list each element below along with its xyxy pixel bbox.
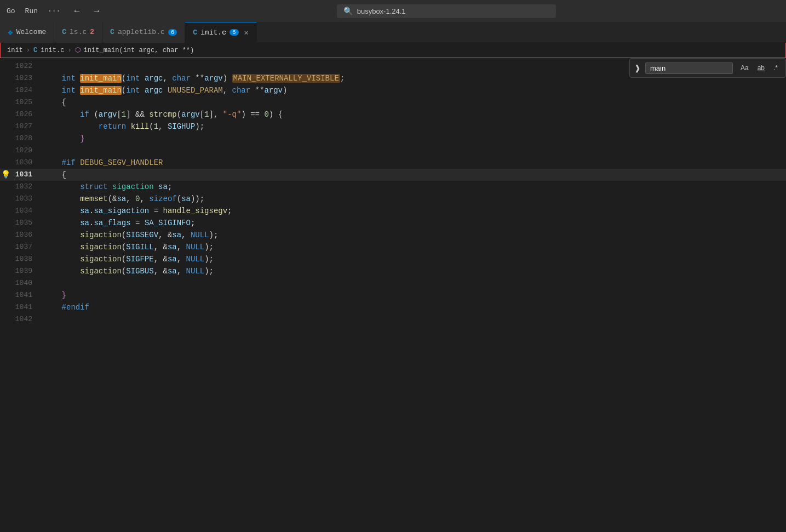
line-number: 1029 <box>11 145 41 157</box>
line-number: 1022 <box>11 60 41 72</box>
line-content: sa.sa_sigaction = handle_sigsegv; <box>41 205 786 217</box>
line-number: 1038 <box>11 253 41 265</box>
table-row: 1028 } <box>0 133 786 145</box>
tab-init-c[interactable]: C init.c 6 ✕ <box>185 22 257 43</box>
line-number: 1037 <box>11 241 41 253</box>
lightbulb-icon[interactable]: 💡 <box>1 169 10 181</box>
tab-ls-c[interactable]: C ls.c 2 <box>54 22 102 43</box>
search-input[interactable] <box>357 7 549 15</box>
find-options: Aa ab .* <box>737 62 781 73</box>
breadcrumb-root[interactable]: init <box>7 47 23 54</box>
menu-run[interactable]: Run <box>25 7 38 15</box>
tab-init-c-label: init.c <box>200 28 226 37</box>
line-content: } <box>41 133 786 145</box>
search-bar: 🔍 <box>113 4 779 18</box>
table-row: 1041 #endif <box>0 301 786 313</box>
table-row: 1026 if (argv[1] && strcmp(argv[1], "-q"… <box>0 108 786 121</box>
find-regex-button[interactable]: .* <box>770 62 781 73</box>
nav-back-button[interactable]: ← <box>69 5 84 17</box>
line-number: 1042 <box>11 313 41 325</box>
tab-init-c-close[interactable]: ✕ <box>244 28 249 37</box>
tab-welcome[interactable]: ❖ Welcome <box>0 22 54 43</box>
line-number: 1025 <box>11 96 41 108</box>
line-content <box>41 277 786 289</box>
tab-appletlib-c[interactable]: C appletlib.c 6 <box>102 22 185 43</box>
line-content: return kill(1, SIGHUP); <box>41 121 786 133</box>
line-number: 1031 <box>11 169 41 181</box>
tab-welcome-label: Welcome <box>16 28 47 36</box>
menu-go[interactable]: Go <box>7 7 15 15</box>
find-widget: ❱ Aa ab .* <box>629 58 786 78</box>
line-content <box>41 145 786 157</box>
breadcrumb: init › C init.c › ⬡ init_main(int argc, … <box>0 43 786 58</box>
tab-init-c-badge: 6 <box>230 29 239 36</box>
table-row: 1024 int init_main(int argc UNUSED_PARAM… <box>0 84 786 96</box>
table-row: 1036 sigaction(SIGSEGV, &sa, NULL); <box>0 229 786 241</box>
table-row: 1035 sa.sa_flags = SA_SIGINFO; <box>0 217 786 229</box>
search-wrap: 🔍 <box>337 4 556 18</box>
c-file-icon: C <box>193 28 197 37</box>
line-number: 1032 <box>11 181 41 193</box>
line-number: 1024 <box>11 84 41 96</box>
line-number: 1027 <box>11 121 41 133</box>
line-content: sigaction(SIGFPE, &sa, NULL); <box>41 253 786 265</box>
table-row: 1025 { <box>0 96 786 108</box>
line-content: } <box>41 289 786 301</box>
line-gutter: 💡 <box>0 169 11 181</box>
line-content: sigaction(SIGBUS, &sa, NULL); <box>41 265 786 277</box>
table-row: 1032 struct sigaction sa; <box>0 181 786 193</box>
table-row: 1030 #if DEBUG_SEGV_HANDLER <box>0 157 786 169</box>
title-bar-left: Go Run ··· <box>7 7 60 15</box>
line-content: sigaction(SIGILL, &sa, NULL); <box>41 241 786 253</box>
find-match-case-button[interactable]: Aa <box>737 62 752 73</box>
table-row: 1027 return kill(1, SIGHUP); <box>0 121 786 133</box>
menu-more[interactable]: ··· <box>48 7 60 15</box>
tab-appletlib-c-badge: 6 <box>168 29 177 36</box>
tabs-bar: ❖ Welcome C ls.c 2 C appletlib.c 6 C ini… <box>0 22 786 43</box>
line-content <box>41 313 786 325</box>
line-number: 1034 <box>11 205 41 217</box>
line-content: { <box>41 96 786 108</box>
line-content: sigaction(SIGSEGV, &sa, NULL); <box>41 229 786 241</box>
table-row: 1041 } <box>0 289 786 301</box>
line-number: 1035 <box>11 217 41 229</box>
code-area: 1022 1023 int init_main(int argc, char *… <box>0 58 786 532</box>
line-content: #if DEBUG_SEGV_HANDLER <box>41 157 786 169</box>
c-file-icon: C <box>110 28 114 36</box>
line-content: if (argv[1] && strcmp(argv[1], "-q") == … <box>41 108 786 121</box>
line-number: 1041 <box>11 289 41 301</box>
search-icon: 🔍 <box>343 7 353 16</box>
editor: ❱ Aa ab .* 1022 1023 int init_main(int a… <box>0 58 786 532</box>
line-content: memset(&sa, 0, sizeof(sa)); <box>41 193 786 205</box>
breadcrumb-function[interactable]: init_main(int argc, char **) <box>84 47 194 54</box>
title-bar: Go Run ··· ← → 🔍 <box>0 0 786 22</box>
line-number: 1030 <box>11 157 41 169</box>
table-row: 1039 sigaction(SIGBUS, &sa, NULL); <box>0 265 786 277</box>
find-input[interactable] <box>645 62 733 74</box>
table-row: 1029 <box>0 145 786 157</box>
nav-buttons: ← → <box>69 5 104 17</box>
line-number: 1026 <box>11 108 41 121</box>
find-match-word-button[interactable]: ab <box>754 62 768 73</box>
table-row: 1034 sa.sa_sigaction = handle_sigsegv; <box>0 205 786 217</box>
table-row: 1042 <box>0 313 786 325</box>
breadcrumb-file[interactable]: init.c <box>41 47 64 54</box>
line-number: 1033 <box>11 193 41 205</box>
table-row: 1037 sigaction(SIGILL, &sa, NULL); <box>0 241 786 253</box>
nav-forward-button[interactable]: → <box>89 5 104 17</box>
line-content: #endif <box>41 301 786 313</box>
tab-appletlib-c-label: appletlib.c <box>118 28 165 36</box>
breadcrumb-sep-2: › <box>67 47 71 54</box>
line-number: 1036 <box>11 229 41 241</box>
line-number: 1040 <box>11 277 41 289</box>
line-content: int init_main(int argc UNUSED_PARAM, cha… <box>41 84 786 96</box>
breadcrumb-sep-1: › <box>26 47 30 54</box>
line-content: { <box>41 169 786 181</box>
tab-ls-c-badge: 2 <box>90 28 94 36</box>
line-number: 1041 <box>11 301 41 313</box>
line-number: 1023 <box>11 72 41 84</box>
find-expand-button[interactable]: ❱ <box>634 64 641 72</box>
vscode-icon: ❖ <box>8 27 13 38</box>
table-row: 1040 <box>0 277 786 289</box>
breadcrumb-func-icon: ⬡ <box>75 46 81 54</box>
